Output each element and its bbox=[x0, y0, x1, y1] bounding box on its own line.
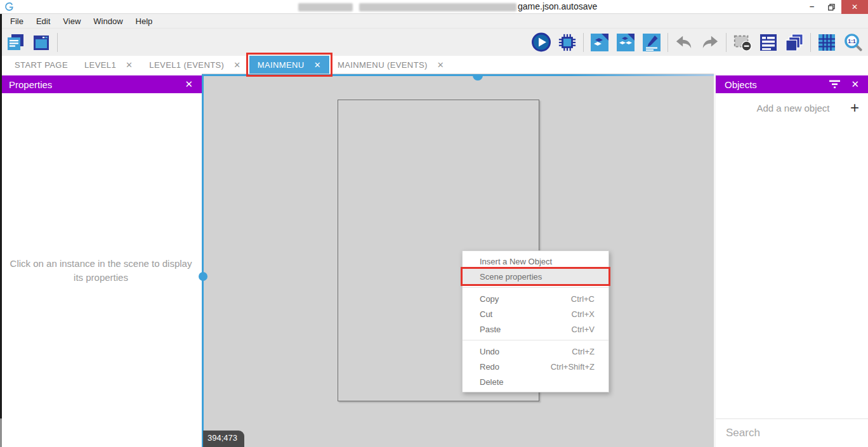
filter-icon[interactable] bbox=[829, 80, 841, 89]
grid-icon bbox=[817, 33, 836, 52]
tab-level1[interactable]: LEVEL1 ✕ bbox=[76, 56, 141, 74]
window-title: game.json.autosave bbox=[518, 1, 597, 11]
menu-item-label: Undo bbox=[480, 347, 499, 356]
add-object-label[interactable]: Add a new object bbox=[725, 103, 850, 113]
zoom-1-1-icon: 1:1 bbox=[843, 32, 863, 52]
close-icon: ✕ bbox=[852, 3, 858, 11]
deselect-mask-button[interactable] bbox=[732, 32, 753, 53]
menu-item-scene-properties[interactable]: Scene properties bbox=[463, 269, 608, 284]
tab-level1-events[interactable]: LEVEL1 (EVENTS) ✕ bbox=[141, 56, 249, 74]
tab-close-icon[interactable]: ✕ bbox=[314, 60, 321, 70]
cursor-coordinates-badge: 394;473 bbox=[203, 431, 244, 447]
start-page-button[interactable] bbox=[31, 32, 51, 53]
minimize-button[interactable]: – bbox=[802, 0, 822, 14]
start-page-icon bbox=[32, 33, 51, 52]
menu-item-paste[interactable]: Paste Ctrl+V bbox=[463, 321, 608, 337]
menu-item-shortcut: Ctrl+X bbox=[572, 309, 595, 319]
titlebar: game.json.autosave – ✕ bbox=[0, 0, 868, 14]
grid-button[interactable] bbox=[817, 32, 837, 53]
menu-item-delete[interactable]: Delete bbox=[463, 374, 608, 389]
menu-file[interactable]: File bbox=[4, 14, 30, 29]
tab-mainmenu-events[interactable]: MAINMENU (EVENTS) ✕ bbox=[329, 56, 452, 74]
undo-icon bbox=[674, 34, 694, 51]
restore-icon bbox=[828, 4, 835, 11]
toolbar-separator bbox=[810, 33, 811, 52]
tab-label: MAINMENU (EVENTS) bbox=[338, 60, 428, 70]
instances-list-icon bbox=[759, 33, 778, 52]
menu-item-shortcut: Ctrl+V bbox=[572, 325, 595, 334]
window-edge-strip bbox=[0, 14, 2, 418]
menu-edit[interactable]: Edit bbox=[30, 14, 56, 29]
insert-object-button[interactable] bbox=[589, 32, 610, 53]
redo-button[interactable] bbox=[700, 32, 720, 53]
objects-groups-button[interactable] bbox=[615, 32, 636, 53]
debug-icon bbox=[558, 33, 577, 52]
edit-scene-properties-button[interactable] bbox=[641, 32, 662, 53]
instances-list-button[interactable] bbox=[758, 32, 779, 53]
project-manager-button[interactable] bbox=[5, 32, 25, 53]
scene-canvas[interactable]: 394;473 Insert a New Object Scene proper… bbox=[202, 74, 714, 447]
toolbar-separator bbox=[57, 33, 58, 52]
properties-panel-header: Properties ✕ bbox=[0, 75, 202, 93]
menu-item-label: Redo bbox=[480, 362, 499, 372]
menu-separator bbox=[463, 340, 608, 340]
resize-handle-left[interactable] bbox=[199, 272, 207, 281]
layers-icon bbox=[785, 33, 804, 52]
project-manager-icon bbox=[6, 33, 25, 52]
menu-item-label: Paste bbox=[480, 325, 501, 334]
objects-groups-icon bbox=[616, 33, 635, 52]
add-object-plus-icon[interactable]: + bbox=[850, 102, 859, 113]
menubar: File Edit View Window Help bbox=[0, 14, 868, 29]
menu-item-cut[interactable]: Cut Ctrl+X bbox=[463, 306, 608, 321]
toolbar: 1:1 bbox=[0, 29, 868, 56]
panel-close-icon[interactable]: ✕ bbox=[851, 79, 859, 90]
menu-item-label: Insert a New Object bbox=[480, 257, 552, 266]
close-button[interactable]: ✕ bbox=[841, 0, 868, 14]
objects-panel-header: Objects ✕ bbox=[716, 75, 868, 93]
tab-label: LEVEL1 bbox=[84, 60, 116, 70]
objects-search-input[interactable] bbox=[726, 427, 866, 439]
menu-view[interactable]: View bbox=[56, 14, 87, 29]
window-edge-strip bbox=[0, 418, 2, 447]
redacted-text-block bbox=[359, 3, 516, 11]
menu-item-copy[interactable]: Copy Ctrl+C bbox=[463, 291, 608, 306]
menu-item-shortcut: Ctrl+C bbox=[571, 294, 595, 304]
menu-item-shortcut: Ctrl+Shift+Z bbox=[551, 362, 595, 372]
properties-panel-body: Click on an instance in the scene to dis… bbox=[0, 93, 202, 447]
tab-start-page[interactable]: START PAGE bbox=[6, 56, 76, 74]
panel-close-icon[interactable]: ✕ bbox=[185, 79, 193, 90]
restore-button[interactable] bbox=[822, 0, 841, 14]
main-area: Properties ✕ Click on an instance in the… bbox=[0, 74, 868, 447]
objects-panel: Objects ✕ Add a new object + bbox=[716, 74, 868, 447]
resize-handle-top[interactable] bbox=[473, 75, 483, 81]
toolbar-separator bbox=[667, 33, 668, 52]
tabbar: START PAGE LEVEL1 ✕ LEVEL1 (EVENTS) ✕ MA… bbox=[0, 56, 868, 74]
add-object-row[interactable]: Add a new object + bbox=[716, 93, 868, 113]
tab-label: START PAGE bbox=[15, 60, 68, 70]
menu-item-shortcut: Ctrl+Z bbox=[572, 347, 595, 356]
undo-button[interactable] bbox=[674, 32, 694, 53]
menu-item-undo[interactable]: Undo Ctrl+Z bbox=[463, 344, 608, 359]
zoom-1-1-button[interactable]: 1:1 bbox=[843, 32, 863, 53]
tab-mainmenu[interactable]: MAINMENU ✕ bbox=[249, 56, 329, 74]
menu-window[interactable]: Window bbox=[87, 14, 129, 29]
insert-object-icon bbox=[590, 33, 609, 52]
edit-scene-properties-icon bbox=[642, 33, 661, 52]
menu-separator bbox=[463, 287, 608, 288]
menu-item-redo[interactable]: Redo Ctrl+Shift+Z bbox=[463, 359, 608, 374]
debug-button[interactable] bbox=[557, 32, 577, 53]
context-menu: Insert a New Object Scene properties Cop… bbox=[462, 250, 609, 392]
properties-empty-message: Click on an instance in the scene to dis… bbox=[6, 257, 195, 285]
properties-panel: Properties ✕ Click on an instance in the… bbox=[0, 74, 202, 447]
tab-close-icon[interactable]: ✕ bbox=[233, 60, 240, 70]
menu-help[interactable]: Help bbox=[129, 14, 159, 29]
menu-item-label: Cut bbox=[480, 309, 492, 319]
menu-item-insert-new-object[interactable]: Insert a New Object bbox=[463, 254, 608, 269]
zoom-ratio-label: 1:1 bbox=[848, 39, 855, 44]
toolbar-separator bbox=[726, 33, 727, 52]
layers-button[interactable] bbox=[784, 32, 805, 53]
tab-close-icon[interactable]: ✕ bbox=[437, 60, 444, 70]
tab-close-icon[interactable]: ✕ bbox=[126, 60, 133, 70]
play-button[interactable] bbox=[531, 32, 551, 53]
selection-border-top bbox=[202, 74, 714, 76]
